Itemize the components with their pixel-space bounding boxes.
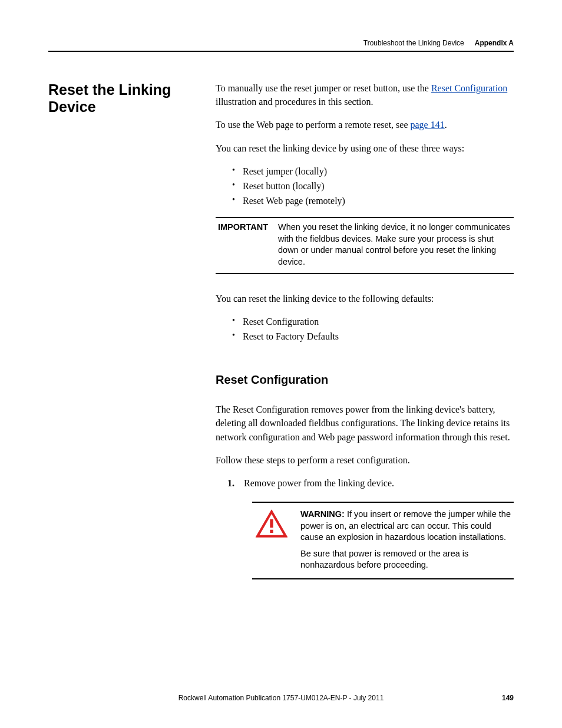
warning-text: WARNING: If you insert or remove the jum…	[300, 509, 511, 571]
page-141-link[interactable]: page 141	[411, 120, 445, 130]
content-columns: Reset the Linking Device To manually use…	[48, 81, 514, 579]
warning-icon	[254, 509, 289, 538]
defaults-intro: You can reset the linking device to the …	[216, 292, 514, 305]
text: .	[445, 120, 447, 130]
reset-config-paragraph-2: Follow these steps to perform a reset co…	[216, 453, 514, 467]
body-column: To manually use the reset jumper or rese…	[216, 81, 514, 579]
list-item: Reset button (locally)	[232, 179, 514, 193]
intro-paragraph-2: To use the Web page to perform a remote …	[216, 118, 514, 131]
list-item: Reset to Factory Defaults	[232, 330, 514, 343]
footer-publication: Rockwell Automation Publication 1757-UM0…	[72, 694, 490, 702]
side-heading-column: Reset the Linking Device	[48, 81, 199, 579]
step-1: 1. Remove power from the linking device.	[227, 476, 514, 490]
reset-config-paragraph-1: The Reset Configuration removes power fr…	[216, 403, 514, 444]
list-item: Reset jumper (locally)	[232, 164, 514, 178]
warning-callout: WARNING: If you insert or remove the jum…	[252, 502, 514, 579]
text: illustration and procedures in this sect…	[216, 97, 373, 107]
reset-configuration-link[interactable]: Reset Configuration	[431, 83, 507, 93]
svg-rect-1	[270, 530, 273, 533]
text: To manually use the reset jumper or rese…	[216, 83, 431, 93]
page: Troubleshoot the Linking Device Appendix…	[0, 0, 562, 579]
important-text: When you reset the linking device, it no…	[278, 222, 511, 268]
page-number: 149	[490, 694, 514, 702]
section-heading: Reset the Linking Device	[48, 81, 199, 116]
header-section-title: Troubleshoot the Linking Device	[363, 39, 464, 47]
text: To use the Web page to perform a remote …	[216, 120, 411, 130]
warning-label: WARNING:	[300, 509, 347, 519]
steps-list: 1. Remove power from the linking device.	[227, 476, 514, 490]
intro-paragraph-1: To manually use the reset jumper or rese…	[216, 81, 514, 108]
page-footer: Rockwell Automation Publication 1757-UM0…	[48, 694, 514, 702]
warning-paragraph-2: Be sure that power is removed or the are…	[300, 548, 511, 571]
header-appendix: Appendix A	[475, 39, 514, 47]
important-label: IMPORTANT	[218, 222, 269, 268]
svg-rect-0	[270, 519, 273, 528]
important-callout: IMPORTANT When you reset the linking dev…	[216, 217, 514, 274]
reset-ways-list: Reset jumper (locally) Reset button (loc…	[232, 164, 514, 208]
step-text: Remove power from the linking device.	[244, 476, 394, 490]
reset-configuration-heading: Reset Configuration	[216, 371, 514, 388]
warning-paragraph-1: WARNING: If you insert or remove the jum…	[300, 509, 511, 543]
ways-intro: You can reset the linking device by usin…	[216, 141, 514, 155]
step-number: 1.	[227, 476, 238, 490]
list-item: Reset Configuration	[232, 315, 514, 328]
running-header: Troubleshoot the Linking Device Appendix…	[48, 39, 514, 52]
list-item: Reset Web page (remotely)	[232, 194, 514, 207]
defaults-list: Reset Configuration Reset to Factory Def…	[232, 315, 514, 343]
